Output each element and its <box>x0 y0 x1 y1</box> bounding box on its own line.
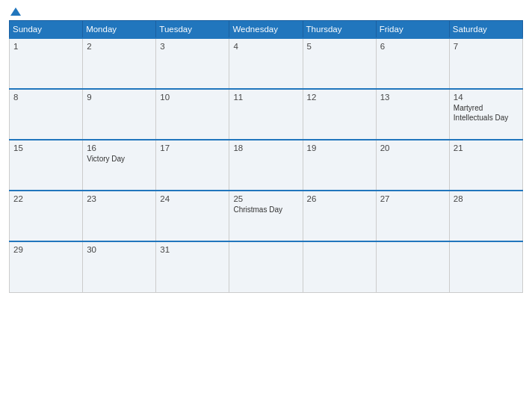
calendar-cell: 13 <box>376 89 449 140</box>
day-number: 18 <box>233 143 298 152</box>
weekday-header-monday: Monday <box>83 21 156 39</box>
calendar-cell: 14Martyred Intellectuals Day <box>449 89 522 140</box>
week-row-1: 1234567 <box>10 38 523 89</box>
day-number: 12 <box>307 93 372 102</box>
day-number: 23 <box>87 194 152 203</box>
calendar-cell: 31 <box>156 241 229 292</box>
weekday-header-tuesday: Tuesday <box>156 21 229 39</box>
header <box>9 7 523 16</box>
week-row-5: 293031 <box>10 241 523 292</box>
calendar-cell: 10 <box>156 89 229 140</box>
day-number: 5 <box>307 42 372 51</box>
logo-triangle-icon <box>10 7 21 16</box>
week-row-4: 22232425Christmas Day262728 <box>10 191 523 241</box>
calendar-cell: 16Victory Day <box>83 140 156 191</box>
calendar-cell: 29 <box>10 241 83 292</box>
calendar-cell: 24 <box>156 191 229 241</box>
weekday-header-row: SundayMondayTuesdayWednesdayThursdayFrid… <box>10 21 523 39</box>
day-number: 17 <box>160 143 225 152</box>
calendar-cell: 21 <box>449 140 522 191</box>
calendar-cell: 4 <box>229 38 303 89</box>
calendar-cell: 2 <box>83 38 156 89</box>
calendar-cell: 30 <box>83 241 156 292</box>
calendar-cell: 25Christmas Day <box>229 191 303 241</box>
day-number: 15 <box>13 143 78 152</box>
calendar-cell: 22 <box>10 191 83 241</box>
calendar-table: SundayMondayTuesdayWednesdayThursdayFrid… <box>9 20 523 293</box>
day-number: 3 <box>160 42 225 51</box>
day-number: 20 <box>380 143 445 152</box>
day-number: 14 <box>454 93 519 102</box>
calendar-cell: 1 <box>10 38 83 89</box>
calendar-cell <box>229 241 303 292</box>
weekday-header-wednesday: Wednesday <box>229 21 303 39</box>
calendar-cell <box>303 241 376 292</box>
event-label: Victory Day <box>87 154 152 164</box>
logo <box>9 7 21 16</box>
calendar-cell: 11 <box>229 89 303 140</box>
day-number: 6 <box>380 42 445 51</box>
day-number: 24 <box>160 194 225 203</box>
calendar-cell: 5 <box>303 38 376 89</box>
weekday-header-saturday: Saturday <box>449 21 522 39</box>
day-number: 31 <box>160 245 225 254</box>
week-row-3: 1516Victory Day1718192021 <box>10 140 523 191</box>
weekday-header-sunday: Sunday <box>10 21 83 39</box>
calendar-cell: 7 <box>449 38 522 89</box>
day-number: 26 <box>307 194 372 203</box>
day-number: 9 <box>87 93 152 102</box>
calendar-cell: 8 <box>10 89 83 140</box>
calendar-cell: 27 <box>376 191 449 241</box>
event-label: Christmas Day <box>233 205 298 214</box>
day-number: 25 <box>233 194 298 203</box>
calendar-cell <box>449 241 522 292</box>
event-label: Martyred Intellectuals Day <box>454 103 519 123</box>
day-number: 21 <box>454 143 519 152</box>
day-number: 7 <box>454 42 519 51</box>
calendar-cell: 26 <box>303 191 376 241</box>
calendar-cell: 3 <box>156 38 229 89</box>
day-number: 19 <box>307 143 372 152</box>
day-number: 10 <box>160 93 225 102</box>
week-row-2: 891011121314Martyred Intellectuals Day <box>10 89 523 140</box>
calendar-page: SundayMondayTuesdayWednesdayThursdayFrid… <box>0 0 532 411</box>
calendar-cell: 18 <box>229 140 303 191</box>
day-number: 4 <box>233 42 298 51</box>
calendar-cell: 9 <box>83 89 156 140</box>
day-number: 1 <box>13 42 78 51</box>
day-number: 27 <box>380 194 445 203</box>
calendar-cell: 12 <box>303 89 376 140</box>
day-number: 11 <box>233 93 298 102</box>
day-number: 16 <box>87 143 152 152</box>
calendar-cell: 19 <box>303 140 376 191</box>
calendar-cell <box>376 241 449 292</box>
day-number: 30 <box>87 245 152 254</box>
calendar-cell: 20 <box>376 140 449 191</box>
calendar-cell: 6 <box>376 38 449 89</box>
calendar-cell: 15 <box>10 140 83 191</box>
day-number: 22 <box>13 194 78 203</box>
weekday-header-thursday: Thursday <box>303 21 376 39</box>
calendar-cell: 28 <box>449 191 522 241</box>
day-number: 2 <box>87 42 152 51</box>
weekday-header-friday: Friday <box>376 21 449 39</box>
calendar-cell: 23 <box>83 191 156 241</box>
day-number: 13 <box>380 93 445 102</box>
calendar-cell: 17 <box>156 140 229 191</box>
day-number: 28 <box>454 194 519 203</box>
day-number: 8 <box>13 93 78 102</box>
day-number: 29 <box>13 245 78 254</box>
